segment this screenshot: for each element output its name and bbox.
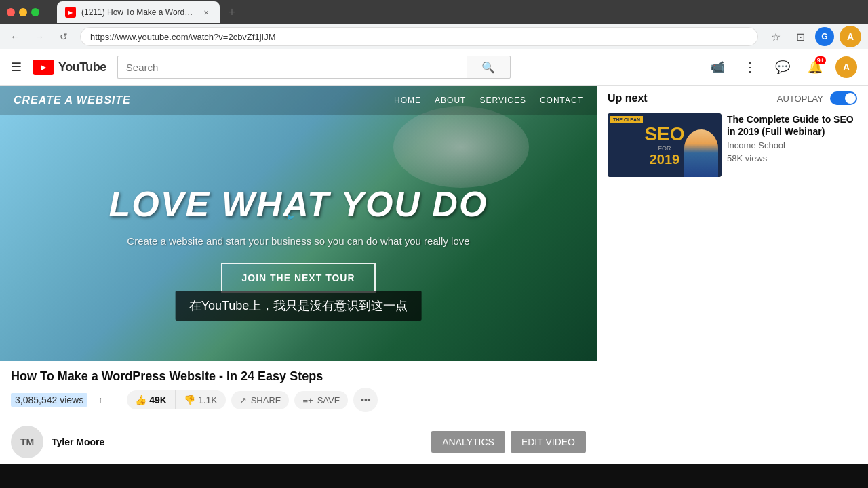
save-button[interactable]: ≡+ SAVE [294, 391, 348, 409]
year-label: 2019 [650, 152, 680, 167]
nav-link-about: ABOUT [435, 96, 466, 105]
nav-link-services: SERVICES [479, 96, 526, 105]
rec-thumbnail: THE CLEAN SEO FOR 2019 [608, 113, 722, 177]
website-navbar: Create a Website HOME ABOUT SERVICES CON… [0, 86, 597, 115]
url-bar[interactable]: https://www.youtube.com/watch?v=2cbvZf1j… [80, 27, 758, 46]
channel-row: TM Tyler Moore ANALYTICS EDIT VIDEO [0, 420, 597, 464]
browser-extension-icon[interactable]: ⊡ [791, 27, 810, 46]
save-label: SAVE [317, 395, 340, 405]
dislike-count: 1.1K [198, 394, 218, 405]
autoplay-row: AUTOPLAY [777, 92, 857, 105]
video-content: Create a Website HOME ABOUT SERVICES CON… [0, 86, 597, 361]
notification-badge: 9+ [815, 56, 826, 64]
browser-chrome: (1211) How To Make a WordPre... ✕ + ← → … [0, 0, 868, 49]
maximize-window-button[interactable] [31, 8, 39, 16]
apps-icon[interactable]: ⋮ [738, 55, 762, 79]
tab-title: (1211) How To Make a WordPre... [81, 7, 195, 17]
up-next-header: Up next AUTOPLAY [608, 92, 857, 105]
close-window-button[interactable] [7, 8, 15, 16]
tab-close-button[interactable]: ✕ [201, 7, 212, 18]
star-icon[interactable]: ☆ [766, 27, 785, 46]
like-button[interactable]: 👍 49K [127, 390, 176, 409]
video-info-bar: How To Make a WordPress Website - In 24 … [0, 361, 597, 420]
browser-account-icon[interactable]: A [840, 26, 861, 47]
channel-name[interactable]: Tyler Moore [52, 436, 104, 447]
address-bar: ← → ↺ https://www.youtube.com/watch?v=2c… [0, 24, 868, 49]
bird-decoration: 🐦 [286, 214, 294, 221]
hamburger-menu-icon[interactable]: ☰ [11, 60, 22, 75]
website-headline: LOVE WHAT YOU DO [109, 184, 488, 224]
forward-button[interactable]: → [31, 28, 47, 45]
main-content: Create a Website HOME ABOUT SERVICES CON… [0, 86, 868, 464]
cursor-indicator: ↑ [98, 395, 102, 405]
more-options-button[interactable]: ••• [353, 388, 378, 412]
video-subtitle: 在YouTube上，我只是没有意识到这一点 [176, 291, 422, 321]
video-info-left: How To Make a WordPress Website - In 24 … [11, 369, 586, 412]
avatar-initials: TM [20, 436, 34, 447]
rec-title: The Complete Guide to SEO in 2019 (Full … [727, 113, 857, 138]
like-dislike-group: 👍 49K 👎 1.1K [127, 390, 226, 409]
header-right-icons: 📹 ⋮ 💬 🔔 9+ A [705, 55, 857, 79]
active-tab[interactable]: (1211) How To Make a WordPre... ✕ [57, 1, 220, 23]
window-controls [7, 8, 39, 16]
autoplay-toggle[interactable] [830, 92, 857, 105]
browser-profile-icon[interactable]: G [815, 27, 834, 46]
analytics-button[interactable]: ANALYTICS [431, 431, 505, 453]
url-text: https://www.youtube.com/watch?v=2cbvZf1j… [90, 32, 275, 42]
youtube-logo-icon [33, 60, 54, 75]
seo-thumbnail: THE CLEAN SEO FOR 2019 [608, 113, 722, 177]
video-title: How To Make a WordPress Website - In 24 … [11, 369, 586, 384]
create-video-icon[interactable]: 📹 [705, 55, 730, 79]
view-count: 3,085,542 views [11, 393, 87, 407]
website-hero: 🐦 LOVE WHAT YOU DO Create a website and … [0, 115, 597, 361]
youtube-profile-icon[interactable]: A [835, 56, 857, 78]
creator-actions: ANALYTICS EDIT VIDEO [431, 431, 586, 453]
clean-label: THE CLEAN [610, 116, 643, 123]
messages-icon[interactable]: 💬 [770, 55, 795, 79]
video-meta-row: 3,085,542 views ↑ 👍 49K 👎 [11, 388, 586, 412]
youtube-logo[interactable]: YouTube [33, 60, 106, 75]
like-count: 49K [149, 394, 167, 405]
channel-avatar[interactable]: TM [11, 426, 43, 458]
website-cta-button[interactable]: JOIN THE NEXT TOUR [221, 263, 375, 293]
youtube-page: ☰ YouTube 🔍 📹 ⋮ 💬 🔔 9+ A [0, 49, 868, 464]
website-subtext: Create a website and start your business… [127, 235, 469, 247]
thumbs-down-icon: 👎 [184, 394, 195, 405]
share-button[interactable]: ↗ SHARE [231, 391, 290, 409]
tab-favicon [65, 7, 76, 18]
person-body [684, 129, 718, 177]
thumbs-up-icon: 👍 [135, 394, 146, 405]
youtube-header: ☰ YouTube 🔍 📹 ⋮ 💬 🔔 9+ A [0, 49, 868, 86]
nav-link-contact: CONTACT [540, 96, 583, 105]
save-icon: ≡+ [302, 395, 313, 405]
refresh-button[interactable]: ↺ [56, 28, 72, 45]
seo-sublabel: FOR [658, 145, 671, 152]
action-buttons: 👍 49K 👎 1.1K ↗ S [127, 388, 378, 412]
notifications-icon[interactable]: 🔔 9+ [803, 55, 827, 79]
browser-actions: ☆ ⊡ G A [766, 26, 861, 47]
toggle-knob [845, 93, 856, 104]
minimize-window-button[interactable] [19, 8, 27, 16]
seo-label: SEO [644, 123, 684, 145]
channel-info: Tyler Moore [52, 436, 104, 447]
website-nav-links: HOME ABOUT SERVICES CONTACT [394, 96, 583, 105]
new-tab-button[interactable]: + [222, 3, 241, 22]
share-label: SHARE [251, 395, 281, 405]
rec-info: The Complete Guide to SEO in 2019 (Full … [727, 113, 857, 177]
title-bar: (1211) How To Make a WordPre... ✕ + [0, 0, 868, 24]
share-icon: ↗ [239, 395, 247, 405]
youtube-logo-text: YouTube [58, 60, 106, 75]
search-button[interactable]: 🔍 [467, 56, 511, 79]
edit-video-button[interactable]: EDIT VIDEO [511, 431, 586, 453]
video-player[interactable]: Create a Website HOME ABOUT SERVICES CON… [0, 86, 597, 361]
website-logo: Create a Website [14, 94, 131, 106]
back-button[interactable]: ← [7, 28, 23, 45]
autoplay-label: AUTOPLAY [777, 94, 823, 104]
recommended-video-item[interactable]: THE CLEAN SEO FOR 2019 The Complete Guid… [608, 113, 857, 177]
search-container: 🔍 [117, 56, 511, 79]
dislike-button[interactable]: 👎 1.1K [176, 390, 226, 409]
search-input[interactable] [117, 56, 467, 79]
up-next-label: Up next [608, 92, 648, 104]
sidebar: Up next AUTOPLAY THE CLEAN SEO FOR 2019 [597, 86, 868, 464]
tab-bar: (1211) How To Make a WordPre... ✕ + [50, 0, 248, 24]
